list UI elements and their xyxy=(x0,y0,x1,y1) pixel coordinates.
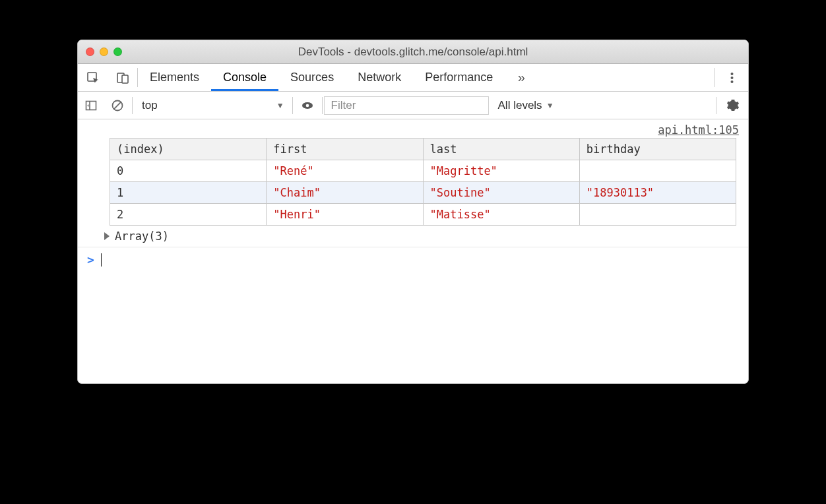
clear-console-icon[interactable] xyxy=(104,99,131,112)
tab-network[interactable]: Network xyxy=(346,64,413,91)
device-toolbar-icon[interactable] xyxy=(108,64,137,91)
col-birthday[interactable]: birthday xyxy=(579,139,736,160)
expand-triangle-icon xyxy=(104,232,110,240)
col-last[interactable]: last xyxy=(423,139,579,160)
cell-first: "René" xyxy=(267,160,423,182)
svg-point-9 xyxy=(305,104,309,107)
tab-console[interactable]: Console xyxy=(211,64,278,91)
cell-birthday: "18930113" xyxy=(579,182,736,204)
log-levels-select[interactable]: All levels ▼ xyxy=(489,99,563,112)
cell-index: 0 xyxy=(110,160,267,182)
svg-point-4 xyxy=(730,77,733,79)
cell-birthday xyxy=(579,204,736,226)
titlebar: DevTools - devtools.glitch.me/console/ap… xyxy=(78,40,748,64)
cell-birthday xyxy=(579,160,736,182)
cell-last: "Matisse" xyxy=(423,204,579,226)
table-header-row: (index) first last birthday xyxy=(110,139,736,160)
console-output: api.html:105 (index) first last birthday… xyxy=(78,119,748,383)
divider xyxy=(132,97,133,114)
console-toolbar: top ▼ All levels ▼ xyxy=(78,92,748,119)
devtools-window: DevTools - devtools.glitch.me/console/ap… xyxy=(77,40,749,384)
log-levels-label: All levels xyxy=(498,99,542,112)
cell-last: "Magritte" xyxy=(423,160,579,182)
kebab-menu-icon[interactable] xyxy=(715,64,748,91)
prompt-caret-icon: > xyxy=(87,253,94,267)
array-expand-row[interactable]: Array(3) xyxy=(78,226,748,247)
dropdown-triangle-icon: ▼ xyxy=(276,101,284,110)
console-table-wrapper: (index) first last birthday 0 "René" "Ma… xyxy=(78,138,748,226)
svg-point-3 xyxy=(730,73,733,75)
window-minimize-button[interactable] xyxy=(100,47,108,56)
filter-input[interactable] xyxy=(324,96,489,115)
divider xyxy=(322,97,323,114)
tab-sources[interactable]: Sources xyxy=(278,64,346,91)
execution-context-select[interactable]: top ▼ xyxy=(134,99,291,112)
cell-first: "Henri" xyxy=(267,204,423,226)
console-sidebar-toggle-icon[interactable] xyxy=(78,100,104,111)
execution-context-label: top xyxy=(142,99,158,112)
divider xyxy=(292,97,293,114)
array-summary-label: Array(3) xyxy=(115,230,169,243)
text-cursor xyxy=(101,253,102,267)
cell-index: 1 xyxy=(110,182,267,204)
live-expression-icon[interactable] xyxy=(294,98,321,113)
message-source-link[interactable]: api.html:105 xyxy=(78,119,748,138)
window-title: DevTools - devtools.glitch.me/console/ap… xyxy=(78,46,748,59)
tab-elements[interactable]: Elements xyxy=(138,64,211,91)
traffic-lights xyxy=(78,47,122,56)
svg-rect-2 xyxy=(122,75,128,83)
cell-index: 2 xyxy=(110,204,267,226)
table-row: 1 "Chaim" "Soutine" "18930113" xyxy=(110,182,736,204)
devtools-tabbar: Elements Console Sources Network Perform… xyxy=(78,64,748,92)
dropdown-triangle-icon: ▼ xyxy=(546,101,554,110)
tabs-overflow-button[interactable]: » xyxy=(505,64,538,91)
divider xyxy=(716,97,716,114)
console-prompt[interactable]: > xyxy=(78,247,748,272)
console-table: (index) first last birthday 0 "René" "Ma… xyxy=(110,138,736,226)
window-zoom-button[interactable] xyxy=(113,47,122,56)
cell-last: "Soutine" xyxy=(423,182,579,204)
tab-performance[interactable]: Performance xyxy=(413,64,505,91)
console-settings-icon[interactable] xyxy=(718,99,748,112)
col-index[interactable]: (index) xyxy=(110,139,267,160)
inspect-element-icon[interactable] xyxy=(78,64,108,91)
table-row: 0 "René" "Magritte" xyxy=(110,160,736,182)
svg-point-5 xyxy=(730,80,733,83)
cell-first: "Chaim" xyxy=(267,182,423,204)
table-row: 2 "Henri" "Matisse" xyxy=(110,204,736,226)
window-close-button[interactable] xyxy=(86,47,94,56)
col-first[interactable]: first xyxy=(267,139,423,160)
